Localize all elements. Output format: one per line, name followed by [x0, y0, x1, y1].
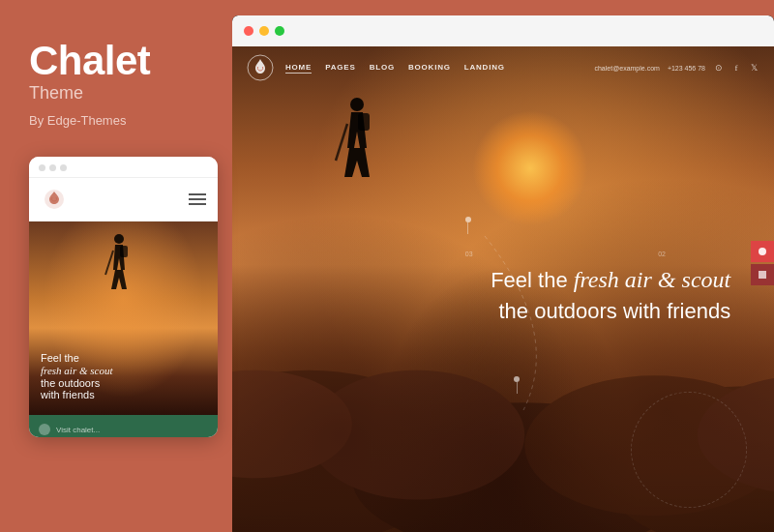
hamburger-line-3 — [189, 203, 206, 205]
nav-link-pages[interactable]: PAGES — [325, 63, 355, 74]
svg-point-11 — [350, 98, 364, 111]
mobile-header — [29, 178, 218, 222]
pin-line-2 — [517, 382, 518, 394]
mobile-hero-line2: fresh air & scout — [41, 364, 112, 377]
rock-texture-svg — [232, 46, 774, 532]
nav-email: chalet@example.com — [594, 65, 659, 72]
browser-dot-minimize[interactable] — [259, 26, 269, 36]
mobile-browser-bar — [29, 157, 218, 178]
nav-phone: +123 456 78 — [668, 65, 705, 72]
left-panel: Chalet Theme By Edge-Themes — [0, 0, 232, 532]
svg-rect-2 — [120, 246, 128, 257]
nav-link-blog[interactable]: BLOG — [370, 63, 395, 74]
facebook-icon[interactable]: f — [730, 62, 742, 74]
nav-logo — [247, 54, 274, 81]
svg-rect-12 — [358, 113, 370, 131]
desktop-hero: HOME PAGES BLOG BOOKING LANDING chalet@e… — [232, 46, 774, 532]
mobile-dot-1 — [39, 164, 45, 171]
browser-dot-close[interactable] — [244, 26, 253, 36]
slider-number-right: 02 — [658, 251, 666, 257]
hamburger-line-1 — [189, 193, 206, 195]
theme-subtitle: Theme — [29, 83, 213, 103]
mobile-hero-line4: with friends — [41, 389, 112, 400]
twitter-icon[interactable]: 𝕏 — [748, 62, 759, 74]
mobile-hero: Feel the fresh air & scout the outdoors … — [29, 222, 218, 415]
mobile-footer-bar: Visit chalet... — [29, 415, 218, 437]
nav-links: HOME PAGES BLOG BOOKING LANDING — [285, 63, 594, 74]
svg-point-1 — [114, 234, 124, 244]
mobile-hero-line3: the outdoors — [41, 377, 112, 389]
browser-chrome — [232, 15, 774, 46]
theme-author: By Edge-Themes — [29, 113, 213, 128]
mobile-hero-line1: Feel the — [41, 352, 112, 364]
mobile-logo — [41, 186, 68, 213]
location-pin-2 — [514, 376, 520, 394]
location-pin-1 — [465, 217, 471, 234]
pin-line-1 — [467, 222, 468, 234]
nav-link-home[interactable]: HOME — [285, 63, 312, 74]
nav-link-landing[interactable]: LANDING — [464, 63, 505, 74]
nav-link-booking[interactable]: BOOKING — [408, 63, 451, 74]
hamburger-line-2 — [189, 198, 206, 200]
hamburger-menu[interactable] — [189, 193, 206, 205]
svg-line-3 — [105, 251, 113, 275]
person-silhouette — [102, 231, 135, 309]
mobile-dot-3 — [60, 164, 67, 171]
desktop-nav: HOME PAGES BLOG BOOKING LANDING chalet@e… — [232, 46, 774, 89]
right-panel: HOME PAGES BLOG BOOKING LANDING chalet@e… — [232, 15, 774, 532]
mobile-preview-card: Feel the fresh air & scout the outdoors … — [29, 157, 218, 437]
svg-line-13 — [336, 124, 347, 161]
nav-right: chalet@example.com +123 456 78 ⊙ f 𝕏 — [594, 62, 759, 74]
mobile-footer-icon — [39, 424, 50, 435]
mobile-dot-2 — [49, 164, 56, 171]
mobile-hero-text: Feel the fresh air & scout the outdoors … — [41, 352, 112, 400]
instagram-icon[interactable]: ⊙ — [713, 62, 725, 74]
slider-number-left: 03 — [465, 251, 473, 257]
browser-content: HOME PAGES BLOG BOOKING LANDING chalet@e… — [232, 46, 774, 532]
mobile-footer-text: Visit chalet... — [56, 426, 100, 434]
theme-title: Chalet — [29, 39, 213, 83]
browser-dot-maximize[interactable] — [275, 26, 284, 36]
desktop-person-silhouette — [330, 95, 383, 211]
nav-social-icons: ⊙ f 𝕏 — [713, 62, 759, 74]
